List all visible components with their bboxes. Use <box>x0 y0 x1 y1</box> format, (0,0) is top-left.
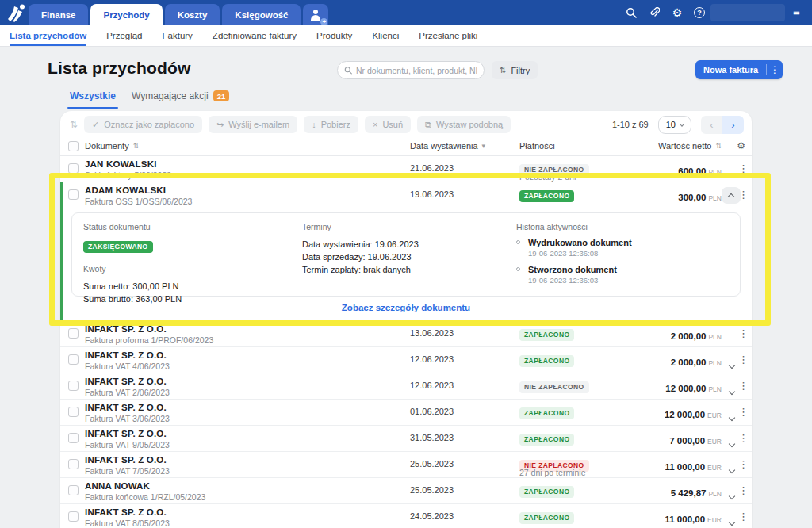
menu-icon[interactable]: ≡ <box>793 5 800 18</box>
column-payments[interactable]: Płatności <box>519 141 555 151</box>
tab-finanse[interactable]: Finanse <box>29 4 88 25</box>
infakt-logo-icon[interactable] <box>6 3 27 23</box>
expand-chevron-icon[interactable] <box>730 357 734 371</box>
table-row[interactable]: INFAKT SP. Z O.O. Faktura proforma 1/PRO… <box>60 321 752 347</box>
history-section-label: Historia aktywności <box>516 222 632 231</box>
status-badge: ZAPŁACONO <box>519 512 574 524</box>
table-row[interactable]: INFAKT SP. Z O.O. Faktura VAT 3/06/2023 … <box>60 400 752 426</box>
column-issue-date[interactable]: Data wystawienia ▾ <box>410 141 485 151</box>
column-net-value[interactable]: Wartość netto ⇅ <box>658 141 722 151</box>
table-row[interactable]: INFAKT SP. Z O.O. Faktura VAT 8/05/2023 … <box>60 504 752 528</box>
search-icon[interactable] <box>625 6 638 19</box>
row-checkbox[interactable] <box>68 485 79 495</box>
row-checkbox[interactable] <box>68 459 79 469</box>
row-checkbox[interactable] <box>68 189 79 200</box>
download-icon: ↓ <box>312 120 316 129</box>
row-checkbox[interactable] <box>68 328 79 339</box>
expanded-row[interactable]: ADAM KOWALSKI Faktura OSS 1/OSS/06/2023 … <box>60 182 752 321</box>
row-menu-icon[interactable]: ⋮ <box>738 458 746 470</box>
row-checkbox[interactable] <box>68 163 79 174</box>
history-event: Stworzono dokument 19-06-2023 12:36:03 <box>516 265 632 285</box>
see-document-details-link[interactable]: Zobacz szczegóły dokumentu <box>60 303 752 312</box>
subnav-produkty[interactable]: Produkty <box>316 25 352 46</box>
table-row[interactable]: INFAKT SP. Z O.O. Faktura VAT 7/05/2023 … <box>60 452 752 478</box>
timeline-connector <box>519 247 519 263</box>
expand-chevron-icon[interactable] <box>730 488 734 502</box>
row-menu-icon[interactable]: ⋮ <box>738 354 746 365</box>
search-input[interactable] <box>356 66 477 75</box>
bulk-sort-icon[interactable]: ⇅ <box>70 119 78 130</box>
row-menu-icon[interactable]: ⋮ <box>738 406 746 418</box>
help-icon[interactable]: ? <box>694 7 705 18</box>
row-menu-icon[interactable]: ⋮ <box>738 484 746 496</box>
tab-ksiegowosc[interactable]: Księgowość <box>222 4 301 25</box>
table-row[interactable]: INFAKT SP. Z O.O. Faktura VAT 4/06/2023 … <box>60 347 752 373</box>
row-checkbox[interactable] <box>68 354 79 365</box>
net-amount: 11 000,00 <box>665 462 706 472</box>
table-settings-gear-icon[interactable]: ⚙ <box>737 140 745 151</box>
column-documents[interactable]: Dokumenty ⇅ <box>85 141 139 151</box>
currency: PLN <box>708 194 722 202</box>
row-menu-icon[interactable]: ⋮ <box>738 432 746 444</box>
bulk-actions-toolbar: ⇅ ✓ Oznacz jako zapłacono ↪ Wyślij e-mai… <box>60 111 752 138</box>
event-time: 19-06-2023 12:36:03 <box>528 276 632 285</box>
search-box[interactable] <box>337 61 485 79</box>
history-event: Wydrukowano dokument 19-06-2023 12:36:08 <box>516 238 632 258</box>
subnav-przeglad[interactable]: Przegląd <box>106 25 142 46</box>
due-date-detail: Termin zapłaty: brak danych <box>302 263 419 276</box>
subnav-przeslane-pliki[interactable]: Przesłane pliki <box>419 25 477 46</box>
row-checkbox[interactable] <box>68 511 79 522</box>
expand-chevron-icon[interactable] <box>730 383 734 397</box>
next-page-button[interactable]: › <box>722 116 744 134</box>
send-email-button[interactable]: ↪ Wyślij e-mailem <box>209 116 297 133</box>
table-row[interactable]: INFAKT SP. Z O.O. Faktura VAT 2/06/2023 … <box>60 373 752 400</box>
issue-date: 25.05.2023 <box>410 459 454 469</box>
table-row[interactable]: INFAKT SP. Z O.O. Faktura VAT 9/05/2023 … <box>60 426 752 452</box>
mark-paid-label: Oznacz jako zapłacono <box>104 120 194 129</box>
download-button[interactable]: ↓ Pobierz <box>304 116 358 133</box>
add-account-tab[interactable]: + <box>303 4 328 25</box>
per-page-select[interactable]: 10 <box>658 116 691 134</box>
expand-chevron-icon[interactable] <box>730 409 734 423</box>
tab-wymagajace-akcji[interactable]: Wymagające akcji 21 <box>132 90 229 109</box>
subnav-faktury[interactable]: Faktury <box>163 25 193 46</box>
prev-page-button[interactable]: ‹ <box>701 116 722 134</box>
row-menu-icon[interactable]: ⋮ <box>738 511 746 522</box>
new-invoice-more-icon[interactable]: ⋮ <box>767 64 783 75</box>
client-name: ADAM KOWALSKI <box>85 186 166 195</box>
row-checkbox[interactable] <box>68 407 79 417</box>
mark-paid-button[interactable]: ✓ Oznacz jako zapłacono <box>84 116 202 133</box>
row-menu-icon[interactable]: ⋮ <box>738 327 746 339</box>
tab-koszty[interactable]: Koszty <box>165 4 220 25</box>
tab-przychody[interactable]: Przychody <box>90 4 162 25</box>
row-menu-icon[interactable]: ⋮ <box>738 380 746 392</box>
row-checkbox[interactable] <box>68 433 79 443</box>
gear-icon[interactable]: ⚙ <box>671 6 684 19</box>
active-row-indicator <box>60 182 63 320</box>
paperclip-icon[interactable] <box>648 6 661 19</box>
expand-chevron-icon[interactable] <box>730 166 734 180</box>
column-documents-label: Dokumenty <box>85 141 129 151</box>
expand-chevron-icon[interactable] <box>730 514 734 528</box>
subnav-zdefiniowane-faktury[interactable]: Zdefiniowane faktury <box>213 25 297 46</box>
delete-button[interactable]: × Usuń <box>365 116 411 133</box>
subnav-klienci[interactable]: Klienci <box>372 25 399 46</box>
currency: EUR <box>707 464 722 472</box>
filters-button[interactable]: ⇅ Filtry <box>492 61 538 79</box>
new-invoice-button[interactable]: Nowa faktura ⋮ <box>695 60 783 79</box>
row-menu-icon[interactable]: ⋮ <box>738 163 746 174</box>
timeline-bullet-icon <box>516 267 520 271</box>
table-row[interactable]: JAN KOWALSKI Szkic faktury 5/06/2023 21.… <box>60 156 752 182</box>
subnav-lista-przychodow[interactable]: Lista przychodów <box>10 25 86 46</box>
issue-similar-button[interactable]: ⧉ Wystaw podobną <box>417 116 511 133</box>
expand-chevron-icon[interactable] <box>730 435 734 450</box>
issue-date: 12.06.2023 <box>410 354 454 364</box>
row-menu-icon[interactable]: ⋮ <box>738 189 746 201</box>
expand-chevron-icon[interactable] <box>730 461 734 476</box>
client-name: ANNA NOWAK <box>85 481 150 491</box>
tab-wszystkie[interactable]: Wszystkie <box>70 90 116 109</box>
select-all-checkbox[interactable] <box>68 141 79 151</box>
status-badge: ZAPŁACONO <box>519 434 574 446</box>
table-row[interactable]: ANNA NOWAK Faktura końcowa 1/RZL/05/2023… <box>60 478 752 504</box>
row-checkbox[interactable] <box>68 381 79 391</box>
